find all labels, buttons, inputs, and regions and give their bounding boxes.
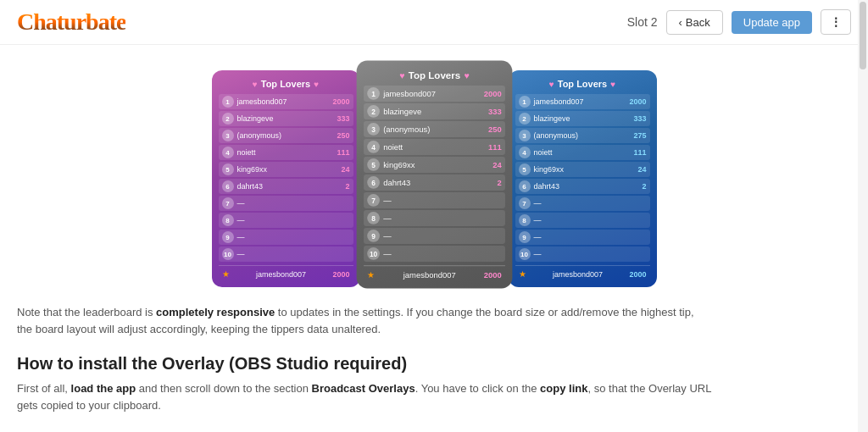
update-app-button[interactable]: Update app: [732, 11, 812, 34]
heart-icon2-blue: ♥: [610, 80, 615, 89]
user-name: king69xx: [237, 165, 342, 174]
user-name: —: [534, 216, 647, 224]
rank-badge: 7: [367, 194, 380, 207]
table-row: 2 blazingeve 333: [515, 111, 650, 126]
user-score: 2: [497, 178, 501, 187]
heart-icon-pink: ♥: [253, 80, 258, 89]
note-paragraph: Note that the leaderboard is completely …: [17, 304, 712, 337]
star-icon-gray: ★: [367, 269, 375, 280]
user-name: king69xx: [534, 165, 638, 174]
body-middle2: . You have to click on the: [415, 382, 540, 395]
load-bold: load the app: [71, 382, 136, 395]
table-row: 1 jamesbond007 2000: [219, 94, 353, 109]
user-name: —: [237, 216, 350, 224]
user-name: (anonymous): [383, 125, 488, 134]
user-name: blazingeve: [383, 107, 488, 116]
rank-badge: 7: [519, 197, 531, 209]
table-row: 8 —: [364, 210, 505, 226]
user-name: —: [383, 196, 502, 205]
user-score: 111: [337, 148, 349, 157]
table-row: 6 dahrt43 2: [219, 179, 353, 194]
card-title-label-blue: Top Lovers: [558, 79, 607, 89]
table-row: 3 (anonymous) 250: [364, 121, 505, 137]
leaderboard-card-pink: ♥ Top Lovers ♥ 1 jamesbond007 2000 2 bla…: [212, 70, 360, 287]
heart-icon2-gray: ♥: [464, 70, 469, 80]
table-row: 9 —: [219, 230, 353, 245]
user-score: 2: [642, 182, 646, 191]
card-footer-blue: ★ jamesbond007 2000: [515, 265, 650, 279]
user-score: 111: [487, 142, 501, 152]
user-score: 2000: [483, 89, 501, 98]
logo: Chaturbate: [17, 8, 125, 36]
user-score: 111: [633, 148, 646, 157]
back-label: Back: [686, 16, 710, 29]
card-title-gray: ♥ Top Lovers ♥: [364, 69, 505, 80]
back-button[interactable]: ‹ Back: [666, 10, 723, 35]
install-section-title: How to install the Overlay (OBS Studio r…: [17, 354, 851, 374]
rank-badge: 10: [222, 248, 234, 260]
user-name: —: [237, 233, 350, 241]
body-prefix: First of all,: [17, 382, 71, 395]
scrollbar[interactable]: [858, 0, 868, 432]
more-options-button[interactable]: ⋮: [821, 9, 851, 35]
user-name: blazingeve: [534, 114, 634, 123]
table-row: 7 —: [364, 192, 505, 208]
table-row: 9 —: [515, 230, 650, 245]
card-title-label-gray: Top Lovers: [408, 69, 459, 80]
user-score: 275: [633, 131, 646, 140]
rank-badge: 6: [367, 176, 380, 189]
logo-container: Chaturbate: [17, 8, 125, 36]
rank-badge: 5: [367, 158, 380, 171]
user-score: 333: [487, 107, 501, 116]
card-footer-pink: ★ jamesbond007 2000: [219, 265, 353, 279]
table-row: 10 —: [364, 246, 505, 262]
user-name: dahrt43: [237, 182, 346, 191]
user-name: —: [534, 233, 647, 241]
scrollbar-thumb[interactable]: [860, 2, 866, 69]
table-row: 4 noiett 111: [364, 139, 505, 155]
rank-badge: 8: [519, 214, 531, 226]
user-name: dahrt43: [534, 182, 643, 191]
rank-badge: 9: [519, 231, 531, 243]
table-row: 10 —: [219, 246, 353, 262]
header-right: Slot 2 ‹ Back Update app ⋮: [627, 9, 851, 35]
user-name: noiett: [237, 148, 337, 157]
user-name: noiett: [534, 148, 634, 157]
table-row: 8 —: [219, 213, 353, 228]
table-row: 5 king69xx 24: [364, 157, 505, 173]
user-name: —: [237, 199, 350, 208]
rank-badge: 9: [367, 230, 380, 242]
table-row: 5 king69xx 24: [515, 162, 650, 177]
table-row: 7 —: [219, 196, 353, 211]
heart-icon-gray: ♥: [399, 70, 404, 80]
body-middle: and then scroll down to the section: [136, 382, 311, 395]
user-name: (anonymous): [534, 131, 634, 140]
user-score: 250: [337, 131, 349, 140]
user-score: 24: [492, 160, 502, 169]
user-name: (anonymous): [237, 131, 337, 140]
user-name: noiett: [383, 142, 488, 152]
card-footer-gray: ★ jamesbond007 2000: [364, 265, 505, 280]
table-row: 7 —: [515, 196, 650, 211]
rank-badge: 3: [519, 130, 531, 141]
main-content: ♥ Top Lovers ♥ 1 jamesbond007 2000 2 bla…: [0, 45, 868, 430]
card-title-pink: ♥ Top Lovers ♥: [219, 79, 353, 89]
heart-icon2-pink: ♥: [314, 80, 319, 89]
footer-name-blue: jamesbond007: [553, 270, 603, 279]
rank-badge: 3: [222, 130, 234, 141]
user-score: 2: [345, 182, 349, 191]
table-row: 10 —: [515, 246, 650, 262]
table-row: 2 blazingeve 333: [364, 103, 505, 119]
user-name: —: [534, 250, 647, 258]
rank-badge: 4: [367, 141, 380, 153]
rank-badge: 6: [519, 180, 531, 192]
header: Chaturbate Slot 2 ‹ Back Update app ⋮: [0, 0, 868, 45]
user-score: 333: [337, 114, 349, 123]
footer-name-gray: jamesbond007: [403, 270, 455, 280]
footer-score-blue: 2000: [629, 270, 646, 279]
star-icon-pink: ★: [222, 269, 230, 279]
user-name: jamesbond007: [237, 97, 333, 106]
card-title-label-pink: Top Lovers: [261, 79, 310, 89]
user-score: 2000: [629, 97, 646, 106]
user-name: king69xx: [383, 160, 492, 169]
